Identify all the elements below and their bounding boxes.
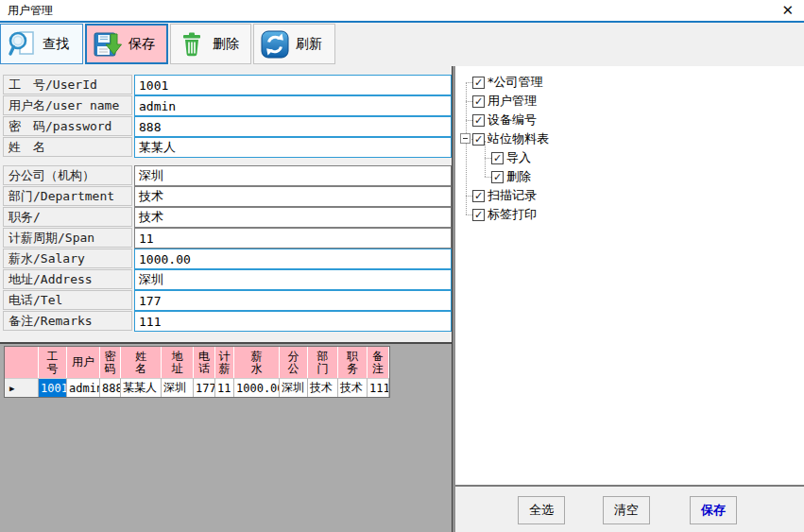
field-input[interactable]: 技术 (134, 207, 452, 228)
form-row: 部门/Department技术 (3, 186, 452, 207)
footer-buttons: 全选清空保存 (455, 485, 804, 532)
grid-corner-cell[interactable] (5, 347, 39, 378)
tree-item[interactable]: ✓用户管理 (459, 92, 800, 111)
tree-item[interactable]: ✓*公司管理 (459, 73, 800, 92)
checkbox-icon[interactable]: ✓ (472, 95, 485, 108)
tree-item-label: 用户管理 (488, 93, 537, 110)
grid-cell[interactable]: 深圳 (280, 378, 308, 397)
grid-cell[interactable]: 111 (368, 378, 389, 397)
tree-save-button[interactable]: 保存 (690, 496, 737, 524)
delete-button[interactable]: 删除 (170, 24, 251, 64)
grid-header-cell[interactable]: 密 码 (100, 347, 121, 378)
grid-cell[interactable]: 1000.00 (234, 378, 280, 397)
field-label: 薪水/Salary (3, 249, 132, 268)
checkbox-icon[interactable]: ✓ (472, 133, 485, 146)
select-all-button[interactable]: 全选 (518, 496, 565, 524)
tree-item[interactable]: ✓站位物料表 (459, 129, 800, 148)
form-row: 薪水/Salary1000.00 (3, 249, 452, 269)
trash-icon (177, 29, 207, 60)
field-label: 职务/ (3, 207, 132, 227)
grid-header-cell[interactable]: 地 址 (162, 347, 194, 378)
window-title: 用户管理 (8, 3, 53, 19)
tree-item-label: 扫描记录 (488, 187, 537, 204)
clear-button[interactable]: 清空 (603, 496, 650, 524)
tree-connector (466, 120, 472, 121)
tree-connector (485, 177, 491, 178)
grid-cell[interactable]: 1001 (39, 378, 67, 397)
checkbox-icon[interactable]: ✓ (472, 190, 485, 202)
right-panel: ✓*公司管理✓用户管理✓设备编号✓站位物料表✓导入✓删除✓扫描记录✓标签打印 全… (455, 66, 804, 532)
tree-item[interactable]: ✓删除 (459, 167, 800, 186)
grid-cell[interactable]: 技术 (338, 378, 368, 397)
form-row: 姓 名某某人 (3, 137, 452, 158)
tree-item-label: 设备编号 (488, 112, 537, 129)
tree-item-label: 标签打印 (488, 206, 537, 223)
grid-cell[interactable]: admin (67, 378, 100, 397)
tree-connector (466, 82, 472, 83)
checkbox-icon[interactable]: ✓ (491, 171, 504, 183)
tree-item-label: 导入 (506, 149, 531, 166)
field-label: 地址/Address (3, 269, 132, 289)
field-input[interactable]: 11 (134, 228, 452, 249)
form-row: 密 码/password888 (3, 116, 452, 137)
grid-cell[interactable]: 888 (100, 378, 121, 397)
tree-item[interactable]: ✓扫描记录 (459, 186, 800, 205)
magnifier-document-icon (7, 29, 37, 60)
tree-item-label: 删除 (506, 168, 531, 185)
field-input[interactable]: 深圳 (134, 269, 452, 290)
field-input[interactable]: 技术 (134, 186, 452, 207)
close-icon[interactable]: ✕ (781, 2, 794, 19)
grid-header-cell[interactable]: 备 注 (368, 347, 389, 378)
grid-header-cell[interactable]: 用户 (67, 347, 100, 378)
tree-item-label: 站位物料表 (488, 130, 549, 147)
field-input[interactable]: 1000.00 (134, 249, 452, 269)
form-row: 职务/技术 (3, 207, 452, 228)
grid-header-cell[interactable]: 姓 名 (121, 347, 162, 378)
grid-cell[interactable]: 技术 (308, 378, 338, 397)
grid-header-cell[interactable]: 职 务 (338, 347, 368, 378)
left-panel: 工 号/UserId1001用户名/user nameadmin密 码/pass… (0, 66, 452, 532)
field-input[interactable]: 深圳 (134, 165, 452, 186)
field-input[interactable]: admin (134, 95, 452, 116)
checkbox-icon[interactable]: ✓ (472, 209, 485, 221)
grid-header-cell[interactable]: 工 号 (39, 347, 67, 378)
grid-header-row: 工 号用户密 码姓 名地 址电 话计 薪薪 水分 公部 门职 务备 注 (5, 347, 389, 378)
tree-item[interactable]: ✓设备编号 (459, 111, 800, 129)
refresh-icon (260, 29, 290, 60)
field-label: 分公司（机构） (3, 165, 132, 185)
grid-zone: 工 号用户密 码姓 名地 址电 话计 薪薪 水分 公部 门职 务备 注 ▶100… (0, 342, 452, 532)
field-input[interactable]: 177 (134, 290, 452, 311)
field-input[interactable]: 某某人 (134, 137, 452, 158)
form-row: 电话/Tel177 (3, 290, 452, 311)
grid-cell[interactable]: 深圳 (162, 378, 194, 397)
refresh-button-label: 刷新 (296, 36, 322, 53)
tree-item-label: *公司管理 (488, 74, 543, 91)
grid-header-cell[interactable]: 薪 水 (234, 347, 280, 378)
tree-connector (485, 158, 491, 159)
tree-expander-icon[interactable] (460, 133, 470, 144)
checkbox-icon[interactable]: ✓ (491, 152, 504, 164)
grid-header-cell[interactable]: 电 话 (194, 347, 215, 378)
grid-header-cell[interactable]: 计 薪 (215, 347, 234, 378)
grid-cell[interactable]: 177 (194, 378, 215, 397)
form-row: 备注/Remarks111 (3, 311, 452, 332)
user-management-window: 用户管理 ✕ 查找 保存 (0, 0, 804, 532)
find-button[interactable]: 查找 (0, 24, 83, 64)
field-input[interactable]: 1001 (134, 75, 452, 95)
grid-header-cell[interactable]: 分 公 (280, 347, 308, 378)
save-button[interactable]: 保存 (85, 24, 168, 64)
form-row: 地址/Address深圳 (3, 269, 452, 290)
tree-item[interactable]: ✓导入 (459, 148, 800, 167)
grid-cell[interactable]: 11 (215, 378, 234, 397)
checkbox-icon[interactable]: ✓ (472, 114, 485, 127)
tree-item[interactable]: ✓标签打印 (459, 205, 800, 224)
field-input[interactable]: 888 (134, 116, 452, 137)
form-row: 计薪周期/Span11 (3, 228, 452, 249)
row-selector-icon[interactable]: ▶ (5, 378, 39, 397)
field-input[interactable]: 111 (134, 311, 452, 332)
grid-cell[interactable]: 某某人 (121, 378, 162, 397)
field-label: 部门/Department (3, 186, 132, 206)
refresh-button[interactable]: 刷新 (253, 24, 335, 64)
checkbox-icon[interactable]: ✓ (472, 77, 485, 89)
grid-header-cell[interactable]: 部 门 (308, 347, 338, 378)
